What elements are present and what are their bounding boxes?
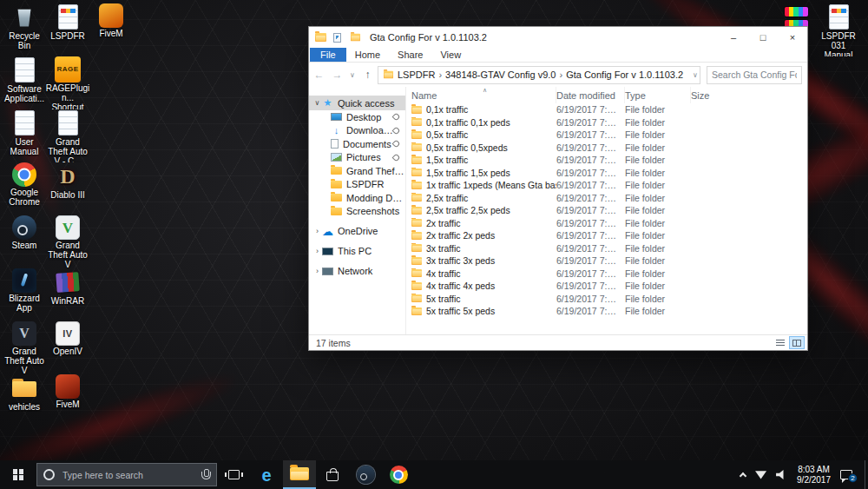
breadcrumb-item[interactable]: LSPDFR — [398, 69, 435, 80]
file-row[interactable]: 2x traffic 6/19/2017 7:36 PM File folder — [406, 217, 807, 230]
forward-button[interactable]: → — [329, 66, 345, 83]
up-button[interactable]: ↑ — [359, 66, 376, 83]
task-view-button[interactable] — [217, 460, 250, 489]
details-view-button[interactable] — [773, 336, 788, 349]
explorer-search-input[interactable] — [707, 66, 802, 84]
breadcrumb-item[interactable]: Gta Config For v 1.0.1103.2 — [566, 69, 683, 80]
file-row[interactable]: 2,5x traffic 6/19/2017 7:33 PM File fold… — [406, 192, 807, 205]
sprite-icon[interactable] — [785, 7, 808, 17]
desktop-icon[interactable]: RAGE RAGEPlugin... Shortcut — [45, 56, 90, 109]
network-icon[interactable] — [755, 471, 766, 479]
desktop-icon[interactable]: FiveM — [89, 3, 134, 56]
nav-quick-access[interactable]: ∨ ★ Quick access — [309, 96, 405, 110]
desktop-icon[interactable]: Software Applicati... — [2, 56, 47, 109]
nav-item[interactable]: Grand Theft Auto V — [309, 164, 405, 178]
taskbar-clock[interactable]: 8:03 AM 9/2/2017 — [797, 465, 831, 486]
back-button[interactable]: ← — [311, 66, 327, 83]
breadcrumb-separator-icon[interactable]: › — [438, 69, 442, 80]
hidden-icons-chevron-icon[interactable] — [740, 472, 746, 479]
file-row[interactable]: 4x traffic 4x peds 6/19/2017 7:39 PM Fil… — [406, 280, 807, 293]
minimize-button[interactable]: – — [719, 27, 748, 48]
microphone-icon[interactable] — [201, 469, 210, 480]
desktop-icon[interactable]: IV OpenIV — [45, 321, 90, 374]
nav-root-item[interactable]: › This PC — [309, 244, 405, 258]
tab-file[interactable]: File — [310, 48, 346, 62]
qat-properties-icon[interactable] — [329, 30, 345, 45]
tab-view[interactable]: View — [431, 48, 470, 62]
desktop-icon[interactable]: V Grand Theft Auto V — [45, 215, 90, 268]
volume-icon[interactable] — [776, 470, 787, 480]
address-dropdown-chevron-icon[interactable]: ∨ — [690, 71, 700, 79]
tab-home[interactable]: Home — [346, 48, 389, 62]
taskbar-chrome-button[interactable] — [382, 460, 415, 489]
breadcrumb-separator-icon[interactable]: › — [559, 69, 562, 80]
file-row[interactable]: 2x traffic 2x peds 6/19/2017 7:37 PM Fil… — [406, 229, 807, 242]
desktop-icon[interactable]: Steam — [2, 215, 47, 268]
taskbar-file-explorer-button[interactable] — [283, 460, 316, 489]
chevron-collapsed-icon[interactable]: › — [312, 247, 322, 255]
action-center-icon[interactable]: 2 — [840, 470, 852, 479]
desktop-icon[interactable]: V Grand Theft Auto V — [2, 321, 47, 374]
column-header-size[interactable]: Size — [691, 87, 807, 103]
taskbar-steam-button[interactable] — [349, 460, 382, 489]
chevron-collapsed-icon[interactable]: › — [312, 267, 322, 275]
address-bar[interactable]: LSPDFR › 348148-GTAV Config v9.0 › Gta C… — [378, 66, 700, 84]
file-row[interactable]: 0,1x traffic 6/19/2017 7:30 PM File fold… — [406, 103, 807, 116]
desktop-icon[interactable]: WinRAR — [45, 268, 90, 321]
chevron-expanded-icon[interactable]: ∨ — [312, 99, 322, 107]
desktop-icon[interactable]: D Diablo III — [45, 162, 90, 215]
file-row[interactable]: 0,5x traffic 6/19/2017 7:31 PM File fold… — [406, 129, 807, 142]
file-row[interactable]: 4x traffic 6/19/2017 7:39 PM File folder — [406, 268, 807, 281]
file-row[interactable]: 0,1x traffic 0,1x peds 6/19/2017 7:31 PM… — [406, 116, 807, 129]
desktop-icon[interactable]: Google Chrome — [2, 162, 47, 215]
desktop-icon[interactable]: vehicles — [2, 374, 47, 427]
nav-root-item[interactable]: › ☁ OneDrive — [309, 224, 405, 238]
column-header-date-modified[interactable]: Date modified — [556, 87, 625, 103]
desktop-icon[interactable]: Recycle Bin — [2, 3, 47, 56]
file-row[interactable]: 2,5x traffic 2,5x peds 6/19/2017 7:34 PM… — [406, 204, 807, 217]
windows-logo-icon — [13, 469, 24, 480]
nav-item[interactable]: Screenshots — [309, 205, 405, 219]
sort-ascending-icon[interactable]: ∧ — [483, 87, 487, 94]
recent-locations-chevron-icon[interactable]: ∨ — [347, 66, 358, 83]
taskbar-search[interactable] — [36, 463, 217, 486]
edge-icon: e — [261, 466, 271, 484]
nav-item[interactable]: LSPDFR — [309, 178, 405, 192]
taskbar-search-input[interactable] — [61, 469, 194, 481]
taskbar-store-button[interactable] — [316, 460, 349, 489]
nav-item-label: Modding DLC Pack V — [346, 193, 405, 203]
folder-icon — [411, 106, 422, 114]
file-row[interactable]: 3x traffic 6/19/2017 7:37 PM File folder — [406, 242, 807, 255]
close-button[interactable]: × — [778, 27, 807, 48]
start-button[interactable] — [0, 460, 36, 489]
column-header-type[interactable]: Type — [625, 87, 691, 103]
file-row[interactable]: 1,5x traffic 1,5x peds 6/19/2017 7:33 PM… — [406, 167, 807, 180]
taskbar-edge-button[interactable]: e — [250, 460, 283, 489]
tab-share[interactable]: Share — [389, 48, 431, 62]
file-row[interactable]: 1x traffic 1xpeds (Means Gta base) 6/19/… — [406, 179, 807, 192]
desktop-icon[interactable]: Blizzard App — [2, 268, 47, 321]
desktop-icon-image — [53, 268, 82, 295]
file-row[interactable]: 0,5x traffic 0,5xpeds 6/19/2017 7:32 PM … — [406, 142, 807, 155]
breadcrumb-item[interactable]: 348148-GTAV Config v9.0 — [445, 69, 556, 80]
nav-item[interactable]: ↓ Downloads — [309, 124, 405, 138]
nav-item[interactable]: Desktop — [309, 110, 405, 124]
qat-new-folder-icon[interactable] — [347, 30, 363, 45]
maximize-button[interactable]: □ — [748, 27, 778, 48]
desktop-icon[interactable]: User Manual — [2, 109, 47, 162]
desktop-icon[interactable]: Grand Theft Auto V - C... — [45, 109, 90, 162]
nav-item[interactable]: Pictures — [309, 151, 405, 165]
nav-root-item[interactable]: › Network — [309, 264, 405, 278]
file-row[interactable]: 1,5x traffic 6/19/2017 7:32 PM File fold… — [406, 154, 807, 167]
nav-item[interactable]: Modding DLC Pack V — [309, 191, 405, 205]
file-row[interactable]: 5x traffic 5x peds 6/19/2017 7:40 PM Fil… — [406, 305, 807, 318]
desktop-icon[interactable]: LSPDFR 031 Manual In... — [814, 3, 863, 56]
file-row[interactable]: 3x traffic 3x peds 6/19/2017 7:38 PM Fil… — [406, 254, 807, 268]
chevron-collapsed-icon[interactable]: › — [312, 227, 322, 235]
nav-item[interactable]: Documents — [309, 137, 405, 151]
desktop-icon[interactable]: FiveM — [45, 374, 90, 427]
desktop-icon[interactable]: LSPDFR — [45, 3, 90, 56]
file-row[interactable]: 5x traffic 6/19/2017 7:40 PM File folder — [406, 293, 807, 306]
large-icons-view-button[interactable] — [789, 336, 805, 349]
show-desktop-button[interactable] — [865, 460, 868, 489]
